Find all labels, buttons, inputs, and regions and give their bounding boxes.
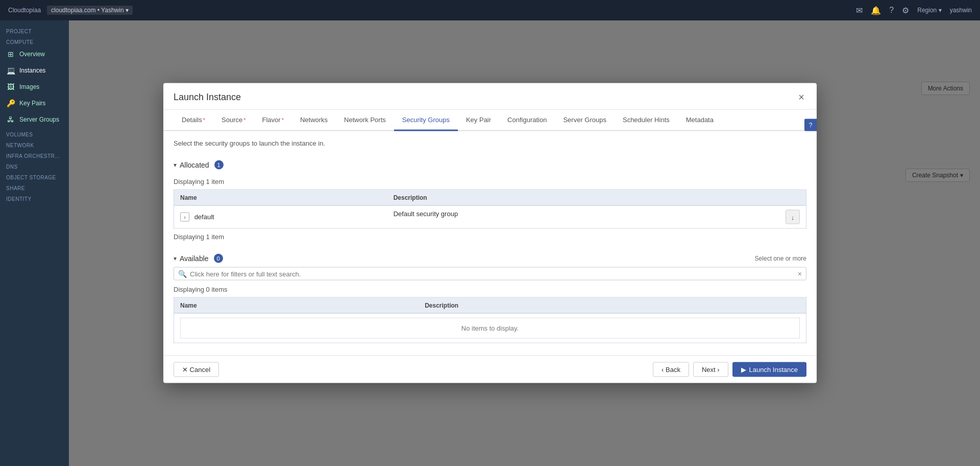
available-table-header-row: Name Description xyxy=(174,297,806,313)
available-chevron-icon: ▾ xyxy=(174,255,177,262)
allocated-col-name: Name xyxy=(174,190,387,205)
region-selector[interactable]: Region ▾ xyxy=(917,7,941,14)
tab-key-pair-label: Key Pair xyxy=(466,116,491,124)
tab-security-groups-label: Security Groups xyxy=(402,116,450,124)
available-col-name: Name xyxy=(174,297,419,313)
sidebar-section-network: Network xyxy=(0,138,69,149)
allocated-row-name: › default xyxy=(174,205,387,228)
tab-configuration-label: Configuration xyxy=(507,116,547,124)
row-remove-button[interactable]: ↓ xyxy=(786,210,800,224)
help-icon[interactable]: ? xyxy=(889,6,894,15)
footer-right-buttons: ‹ Back Next › ▶ Launch Instance xyxy=(653,362,806,377)
tab-configuration[interactable]: Configuration xyxy=(499,110,555,131)
next-button[interactable]: Next › xyxy=(693,362,728,377)
launch-instance-button[interactable]: ▶ Launch Instance xyxy=(732,362,806,377)
sidebar-section-identity: Identity xyxy=(0,192,69,203)
row-expand-button[interactable]: › xyxy=(180,213,189,222)
available-col-description: Description xyxy=(419,297,806,313)
allocated-footer-count: Displaying 1 item xyxy=(174,233,806,241)
sidebar-section-infra: Infra Orchestr... xyxy=(0,149,69,160)
allocated-label: Allocated xyxy=(180,161,209,169)
launch-label: Launch Instance xyxy=(749,366,798,374)
tab-flavor-required: * xyxy=(282,117,284,123)
brand-name: Cloudtopiaa xyxy=(8,7,41,14)
launch-instance-modal: Launch Instance × ? Details* Source* Fla… xyxy=(163,83,817,383)
sidebar-item-label: Instances xyxy=(19,67,45,74)
sidebar-item-images[interactable]: 🖼 Images xyxy=(0,79,69,95)
modal-footer: ✕ Cancel ‹ Back Next › ▶ Launch Instance xyxy=(163,356,817,383)
sidebar-section-object-storage: Object Storage xyxy=(0,171,69,181)
back-button[interactable]: ‹ Back xyxy=(653,362,689,377)
modal-title: Launch Instance xyxy=(174,92,241,103)
search-icon: 🔍 xyxy=(178,270,187,278)
sidebar-section-project: Project xyxy=(0,25,69,35)
allocated-row-description: Default security group ↓ xyxy=(387,205,806,228)
allocated-table-header-row: Name Description xyxy=(174,190,806,205)
tab-source[interactable]: Source* xyxy=(213,110,254,131)
current-url[interactable]: cloudtopiaa.com • Yashwin ▾ xyxy=(47,6,133,15)
key-pairs-icon: 🔑 xyxy=(6,99,15,107)
tab-flavor[interactable]: Flavor* xyxy=(254,110,292,131)
tab-networks-label: Networks xyxy=(300,116,328,124)
sidebar-item-server-groups[interactable]: 🖧 Server Groups xyxy=(0,111,69,128)
tab-source-label: Source xyxy=(222,116,242,124)
tab-details[interactable]: Details* xyxy=(174,110,213,131)
tab-network-ports[interactable]: Network Ports xyxy=(336,110,394,131)
tab-server-groups[interactable]: Server Groups xyxy=(555,110,615,131)
instances-icon: 💻 xyxy=(6,66,15,75)
tab-flavor-label: Flavor xyxy=(262,116,281,124)
sidebar-item-label: Images xyxy=(19,83,39,90)
cancel-button[interactable]: ✕ Cancel xyxy=(174,362,219,377)
allocated-row-description-value: Default security group xyxy=(394,210,458,218)
tab-security-groups[interactable]: Security Groups xyxy=(394,110,458,131)
sidebar-section-volumes: Volumes xyxy=(0,128,69,138)
sidebar-item-instances[interactable]: 💻 Instances xyxy=(0,62,69,79)
allocated-section-header[interactable]: ▾ Allocated 1 xyxy=(174,155,806,174)
available-section-header[interactable]: ▾ Available 0 Select one or more xyxy=(174,249,806,267)
tab-key-pair[interactable]: Key Pair xyxy=(458,110,499,131)
notification-icon[interactable]: 🔔 xyxy=(871,6,881,15)
allocated-section: ▾ Allocated 1 Displaying 1 item Name Des… xyxy=(174,155,806,241)
overview-icon: ⊞ xyxy=(6,50,15,58)
settings-icon[interactable]: ⚙ xyxy=(902,6,909,15)
help-icon: ? xyxy=(809,122,813,129)
images-icon: 🖼 xyxy=(6,83,15,91)
security-groups-description: Select the security groups to launch the… xyxy=(174,139,806,147)
mail-icon[interactable]: ✉ xyxy=(856,6,863,15)
search-clear-icon[interactable]: × xyxy=(798,270,802,278)
modal-body: Select the security groups to launch the… xyxy=(163,131,817,356)
search-input[interactable] xyxy=(190,270,798,277)
available-label: Available xyxy=(180,254,209,263)
server-groups-icon: 🖧 xyxy=(6,115,15,124)
sidebar-item-label: Key Pairs xyxy=(19,100,45,107)
no-items-message: No items to display. xyxy=(180,318,800,339)
modal-close-button[interactable]: × xyxy=(796,91,806,103)
tab-networks[interactable]: Networks xyxy=(292,110,336,131)
sidebar-item-overview[interactable]: ⊞ Overview xyxy=(0,46,69,62)
available-select-hint: Select one or more xyxy=(755,255,806,262)
modal-help-button[interactable]: ? xyxy=(804,119,817,131)
tab-details-label: Details xyxy=(182,116,202,124)
table-row: › default Default security group ↓ xyxy=(174,205,806,228)
allocated-col-description: Description xyxy=(387,190,806,205)
tab-network-ports-label: Network Ports xyxy=(344,116,386,124)
sidebar-section-dns: DNS xyxy=(0,160,69,171)
top-navigation: Cloudtopiaa cloudtopiaa.com • Yashwin ▾ … xyxy=(0,0,980,20)
sidebar-item-key-pairs[interactable]: 🔑 Key Pairs xyxy=(0,95,69,111)
user-menu[interactable]: yashwin xyxy=(950,7,972,14)
allocated-row-name-value: default xyxy=(194,213,214,221)
allocated-chevron-icon: ▾ xyxy=(174,161,177,169)
allocated-count: 1 xyxy=(214,160,224,170)
launch-icon: ▶ xyxy=(741,366,746,374)
search-box: 🔍 × xyxy=(174,267,806,281)
tab-server-groups-label: Server Groups xyxy=(563,116,606,124)
allocated-display-count: Displaying 1 item xyxy=(174,178,806,185)
tab-scheduler-hints[interactable]: Scheduler Hints xyxy=(615,110,678,131)
sidebar: Project Compute ⊞ Overview 💻 Instances 🖼… xyxy=(0,20,69,466)
no-items-cell: No items to display. xyxy=(174,313,806,343)
available-section: ▾ Available 0 Select one or more 🔍 × Dis… xyxy=(174,249,806,343)
sidebar-item-label: Server Groups xyxy=(19,116,59,123)
tab-metadata[interactable]: Metadata xyxy=(678,110,722,131)
table-row: No items to display. xyxy=(174,313,806,343)
available-count: 0 xyxy=(214,254,223,263)
